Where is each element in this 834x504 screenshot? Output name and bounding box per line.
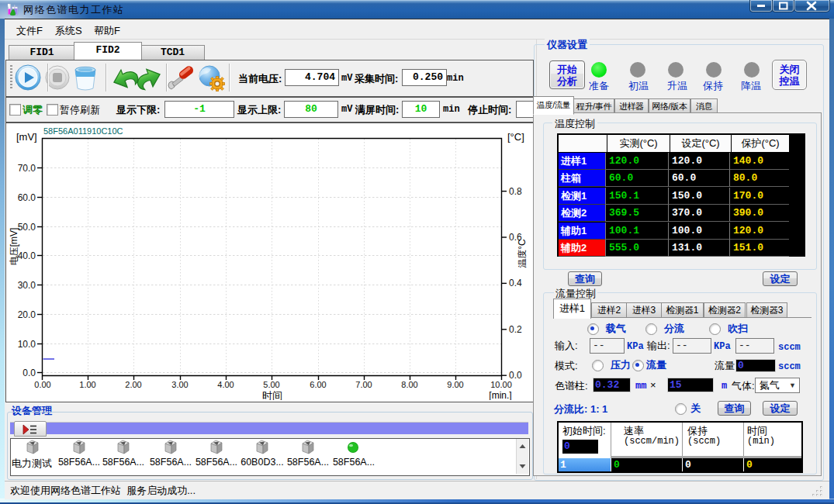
svg-text:70.0: 70.0 bbox=[18, 163, 36, 174]
svg-text:0.4: 0.4 bbox=[509, 278, 522, 288]
svg-text:10.0: 10.0 bbox=[18, 339, 36, 350]
svg-text:1.00: 1.00 bbox=[79, 380, 95, 389]
svg-text:0.8: 0.8 bbox=[509, 186, 522, 197]
svg-text:8.00: 8.00 bbox=[401, 380, 417, 389]
svg-text:0.2: 0.2 bbox=[509, 324, 522, 335]
svg-text:0.00: 0.00 bbox=[34, 380, 50, 389]
svg-text:温度°C: 温度°C bbox=[517, 239, 528, 268]
svg-text:5.00: 5.00 bbox=[263, 380, 279, 389]
svg-text:[min.]: [min.] bbox=[489, 390, 511, 400]
svg-text:0.0: 0.0 bbox=[22, 368, 36, 378]
svg-text:58F56A011910C10C: 58F56A011910C10C bbox=[43, 126, 123, 136]
svg-text:50.0: 50.0 bbox=[18, 222, 36, 233]
svg-text:[°C]: [°C] bbox=[507, 131, 524, 143]
svg-text:6.00: 6.00 bbox=[310, 380, 326, 389]
svg-text:7.00: 7.00 bbox=[355, 380, 372, 389]
svg-text:30.0: 30.0 bbox=[18, 280, 36, 291]
svg-text:60.0: 60.0 bbox=[18, 192, 36, 203]
svg-text:9.00: 9.00 bbox=[447, 380, 463, 389]
svg-text:时间: 时间 bbox=[262, 390, 282, 400]
svg-text:电压[mV]: 电压[mV] bbox=[9, 228, 19, 266]
svg-text:10.00: 10.00 bbox=[490, 380, 512, 389]
svg-text:40.0: 40.0 bbox=[18, 250, 36, 261]
svg-text:[mV]: [mV] bbox=[16, 131, 37, 143]
svg-text:20.0: 20.0 bbox=[18, 309, 36, 320]
svg-text:2.00: 2.00 bbox=[125, 380, 141, 389]
svg-text:4.00: 4.00 bbox=[217, 380, 234, 389]
svg-text:3.00: 3.00 bbox=[171, 380, 188, 389]
